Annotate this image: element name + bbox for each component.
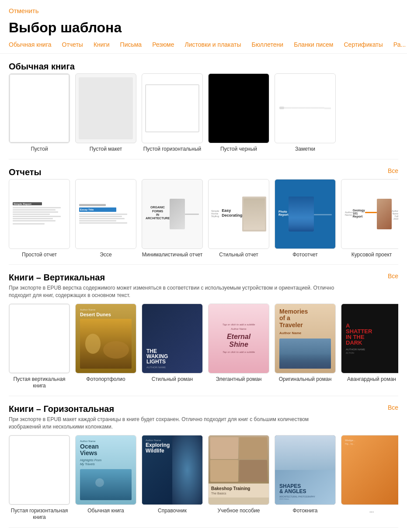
nav-letters[interactable]: Письма bbox=[120, 41, 142, 48]
template-ocean-views[interactable]: Author Name OceanViews Highlights FromMy… bbox=[75, 435, 136, 521]
books-horiz-templates: Пустая горизонтальная книга Author Name … bbox=[9, 435, 398, 525]
section-letters: Письма Все Sender Name Sender Name bbox=[0, 528, 407, 532]
template-label: Справочник bbox=[158, 508, 187, 515]
template-label: Эссе bbox=[100, 252, 111, 259]
template-simple-report[interactable]: Simple Report Простой отчет bbox=[9, 179, 70, 259]
template-label: Пустая горизонтальная книга bbox=[9, 508, 70, 521]
page-title: Выбор шаблона bbox=[0, 18, 407, 41]
template-label: Пустой bbox=[31, 146, 48, 153]
template-label: Минималистичный отчет bbox=[142, 252, 202, 259]
books-vert-see-all[interactable]: Все bbox=[383, 273, 398, 280]
template-label: Элегантный роман bbox=[216, 376, 262, 383]
template-label: Фотокнига bbox=[293, 508, 318, 515]
nav-letterheads[interactable]: Бланки писем bbox=[294, 41, 333, 48]
template-label: Авангардный роман bbox=[347, 376, 396, 383]
template-label: ... bbox=[369, 508, 374, 515]
nav-resume[interactable]: Резюме bbox=[152, 41, 174, 48]
template-photo-portfolio[interactable]: Author Name Desert Dunes Фотопортфолио bbox=[75, 304, 136, 390]
template-label: Фотопортфолио bbox=[86, 376, 125, 383]
template-avant-novel[interactable]: ASHATTERIN THEDARK AUTHOR NAME ACTION Ав… bbox=[341, 304, 398, 390]
template-strips-partial[interactable]: Wedge... Hig... by... ... bbox=[341, 435, 398, 521]
template-handbook[interactable]: Author Name ExploringWildlife Справочник bbox=[142, 435, 203, 521]
template-label: Фотоотчет bbox=[292, 252, 318, 259]
template-original-novel[interactable]: Memoriesof aTraveler Author Name Оригина… bbox=[275, 304, 336, 390]
section-title-books-vert: Книги – Вертикальная bbox=[9, 273, 105, 283]
template-label: Стильный отчет bbox=[219, 252, 258, 259]
nav-books[interactable]: Книги bbox=[94, 41, 110, 48]
section-plain-book: Обычная книга Пустой Пустой макет Пустой… bbox=[0, 54, 407, 159]
nav-bulletins[interactable]: Бюллетени bbox=[251, 41, 283, 48]
template-style-novel[interactable]: THEWAKINGLIGHTS AUTHOR NAME Стильный ром… bbox=[142, 304, 203, 390]
section-title-plain-book: Обычная книга bbox=[9, 62, 75, 72]
template-label: Пустая вертикальная книга bbox=[9, 376, 70, 390]
template-blank-mock[interactable]: Пустой макет bbox=[75, 73, 136, 153]
books-horiz-see-all[interactable]: Все bbox=[383, 404, 398, 411]
template-label: Учебное пособие bbox=[218, 508, 260, 515]
nav-bar: Обычная книга Отчеты Книги Письма Резюме… bbox=[0, 41, 407, 54]
template-tutorial[interactable]: Bakeshop Training The Basics Учебное пос… bbox=[208, 435, 269, 521]
section-reports: Отчеты Все Simple Report Простой отчет bbox=[0, 159, 407, 265]
nav-plain-book[interactable]: Обычная книга bbox=[9, 41, 52, 48]
cancel-button[interactable]: Отменить bbox=[0, 0, 48, 18]
template-blank-horiz[interactable]: Пустой горизонтальный bbox=[142, 73, 203, 153]
section-books-horiz: Книги – Горизонтальная Все При экспорте … bbox=[0, 396, 407, 527]
template-course[interactable]: Author Name Geology 101 Report Author Na… bbox=[341, 179, 398, 259]
template-blank-black[interactable]: Пустой черный bbox=[208, 73, 269, 153]
section-books-vert: Книги – Вертикальная Все При экспорте в … bbox=[0, 265, 407, 396]
books-horiz-subtitle: При экспорте в EPUB макет каждой страниц… bbox=[9, 416, 337, 431]
template-label: Пустой горизонтальный bbox=[143, 146, 202, 153]
template-photobook[interactable]: SHAPES& ANGLES ARCHITECTURAL PHOTOGRAPHY… bbox=[275, 435, 336, 521]
template-empty-vert-book[interactable]: Пустая вертикальная книга bbox=[9, 304, 70, 390]
template-label: Обычная книга bbox=[87, 508, 124, 515]
books-vert-subtitle: При экспорте в EPUB верстка содержимого … bbox=[9, 284, 337, 299]
template-label: Оригинальный роман bbox=[279, 376, 332, 383]
template-elegant-novel[interactable]: Tąp or click to add a subtitle Author Na… bbox=[208, 304, 269, 390]
template-label: Пустой макет bbox=[90, 146, 122, 153]
nav-more[interactable]: Ра... bbox=[393, 41, 406, 48]
template-label: Стильный роман bbox=[152, 376, 193, 383]
section-title-books-horiz: Книги – Горизонтальная bbox=[9, 404, 114, 414]
template-empty-horiz-book[interactable]: Пустая горизонтальная книга bbox=[9, 435, 70, 521]
template-notes[interactable]: Заметки bbox=[275, 73, 336, 153]
template-label: Простой отчет bbox=[22, 252, 57, 259]
books-vert-templates: Пустая вертикальная книга Author Name De… bbox=[9, 304, 398, 394]
template-photo-report[interactable]: Photo Report Фотоотчет bbox=[275, 179, 336, 259]
reports-see-all[interactable]: Все bbox=[383, 167, 398, 174]
template-label: Пустой черный bbox=[220, 146, 257, 153]
template-blank[interactable]: Пустой bbox=[9, 73, 70, 153]
nav-reports[interactable]: Отчеты bbox=[62, 41, 83, 48]
plain-book-templates: Пустой Пустой макет Пустой горизонтальны… bbox=[9, 73, 398, 157]
template-minimal-report[interactable]: ORGANIC FORMSIN ARCHITECTURE Минималисти… bbox=[142, 179, 203, 259]
template-label: Заметки bbox=[295, 146, 315, 153]
nav-certificates[interactable]: Сертификаты bbox=[344, 41, 383, 48]
template-label: Курсовой проект bbox=[351, 252, 392, 259]
section-title-reports: Отчеты bbox=[9, 167, 42, 177]
template-stylish-report[interactable]: Simple Home Styling Easy Decorating Стил… bbox=[208, 179, 269, 259]
reports-templates: Simple Report Простой отчет Essay Titl bbox=[9, 179, 398, 263]
nav-flyers[interactable]: Листовки и плакаты bbox=[185, 41, 241, 48]
template-essay[interactable]: Essay Title Эссе bbox=[75, 179, 136, 259]
